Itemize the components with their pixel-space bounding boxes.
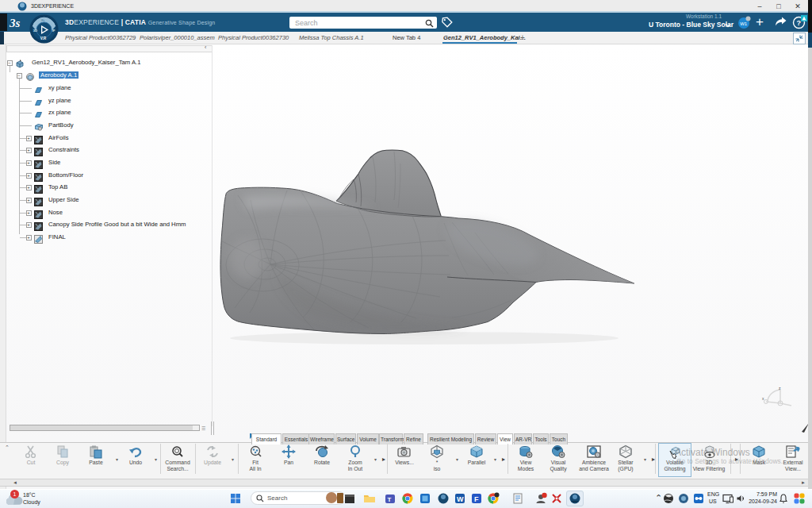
svg-text:3D: 3D — [33, 29, 37, 33]
svg-text:T: T — [388, 496, 392, 503]
svg-text:V.R: V.R — [40, 37, 47, 40]
svg-text:?: ? — [797, 19, 802, 27]
svg-text:W1: W1 — [740, 21, 748, 26]
svg-text:Fr: Fr — [41, 18, 45, 22]
svg-text:IF: IF — [52, 29, 55, 33]
svg-text:x: x — [762, 396, 764, 401]
svg-text:W: W — [457, 495, 464, 503]
svg-text:3s: 3s — [9, 17, 21, 29]
svg-text:F: F — [474, 495, 479, 503]
